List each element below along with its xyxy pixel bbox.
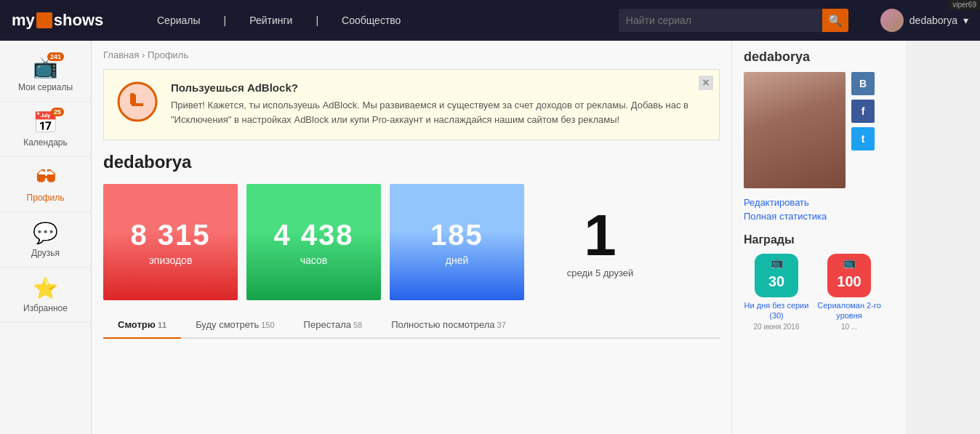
nav-serials[interactable]: Сериалы [145,15,212,26]
chevron-down-icon: ▾ [963,15,968,26]
award-name-1[interactable]: Ни дня без серии (30) [744,300,809,321]
profile-photo [744,72,846,188]
right-panel: dedaborya В f t Редактировать Полная ста… [731,41,906,434]
svg-rect-2 [130,93,134,105]
logo-box [36,12,52,28]
username-label: dedaborya [909,15,957,26]
profile-name: dedaborya [103,152,720,172]
award-date-2: 10 ... [841,323,857,331]
star-icon: ⭐ [33,276,58,300]
adblock-title: Пользуешься AdBlock? [171,81,690,94]
episodes-number: 8 315 [130,219,210,252]
adblock-body: Привет! Кажется, ты используешь AdBlock.… [171,98,690,126]
days-label: дней [446,254,469,266]
sidebar-item-label: Мои сериалы [18,82,73,92]
episodes-card: 8 315 эпизодов [103,184,238,300]
logo-my: my [12,11,35,30]
award-name-2[interactable]: Сериаломан 2-го уровня [816,300,882,321]
sidebar-item-profile[interactable]: 🕶 Профиль [0,157,91,212]
adblock-close-button[interactable]: × [699,76,713,90]
calendar-badge: 25 [51,108,64,116]
sidebar: 📺 241 Мои сериалы 📅 25 Календарь 🕶 Профи… [0,41,92,434]
hours-label: часов [300,254,327,266]
sidebar-item-friends[interactable]: 💬 Друзья [0,212,91,268]
sidebar-item-calendar[interactable]: 📅 25 Календарь [0,102,91,157]
sidebar-item-label: Избранное [23,303,68,313]
main-content: Главная › Профиль Пользуешься AdBlock? П… [92,41,731,434]
full-stats-link[interactable]: Полная статистика [744,211,894,222]
nav-ratings[interactable]: Рейтинги [238,15,304,26]
profile-photo-area: В f t [744,72,894,188]
user-area[interactable]: dedaborya ▾ [880,9,968,32]
tab-watching[interactable]: Смотрю11 [103,312,181,339]
breadcrumb-separator: › [142,49,148,60]
right-panel-username: dedaborya [744,49,894,65]
tab-bar: Смотрю11 Буду смотреть150 Перестала58 По… [103,312,720,339]
adblock-hand-icon [116,81,159,128]
search-icon: 🔍 [828,14,843,28]
breadcrumb-current: Профиль [148,49,188,60]
sidebar-item-label: Календарь [23,137,68,148]
viper-badge: viper69 [949,0,980,9]
facebook-button[interactable]: f [851,100,875,123]
main-container: 📺 241 Мои сериалы 📅 25 Календарь 🕶 Профи… [0,41,980,434]
breadcrumb-home[interactable]: Главная [103,49,139,60]
tab-will-watch[interactable]: Буду смотреть150 [181,312,289,339]
sidebar-item-label: Друзья [31,248,60,258]
vk-button[interactable]: В [851,72,875,95]
logo[interactable]: myshows [12,11,128,30]
adblock-banner: Пользуешься AdBlock? Привет! Кажется, ты… [103,69,720,140]
awards-section: Награды 📺 30 Ни дня без серии (30) 20 ию… [744,233,894,331]
episodes-label: эпизодов [149,254,193,266]
nav-sep1: | [212,15,238,26]
tv-icon: 📺 241 [33,55,58,79]
breadcrumb: Главная › Профиль [103,49,720,60]
friends-rank-label: среди 5 друзей [567,268,633,278]
friends-rank-number: 1 [584,206,616,265]
award-items: 📺 30 Ни дня без серии (30) 20 июня 2016 … [744,254,894,331]
edit-profile-link[interactable]: Редактировать [744,197,894,208]
avatar [880,9,904,32]
twitter-button[interactable]: t [851,127,875,150]
sidebar-item-favorites[interactable]: ⭐ Избранное [0,268,91,323]
hours-card: 4 438 часов [246,184,381,300]
award-item-1: 📺 30 Ни дня без серии (30) 20 июня 2016 [744,254,809,331]
calendar-icon: 📅 25 [33,110,58,134]
friends-rank-card: 1 среди 5 друзей [533,184,667,300]
award-badge-teal: 📺 30 [755,254,798,297]
nav-sep2: | [304,15,330,26]
search-button[interactable]: 🔍 [822,9,848,32]
days-card: 185 дней [390,184,524,300]
social-links: В f t [851,72,875,188]
friends-icon: 💬 [33,221,58,245]
stats-row: 8 315 эпизодов 4 438 часов 185 дней 1 ср… [103,184,720,300]
days-number: 185 [430,219,483,252]
award-badge-red: 📺 100 [827,254,871,297]
award-date-1: 20 июня 2016 [754,323,800,331]
search-area: 🔍 [619,9,848,32]
awards-title: Награды [744,233,894,246]
serials-badge: 241 [47,52,64,61]
search-input[interactable] [619,9,822,32]
glasses-icon: 🕶 [36,166,56,190]
tab-finished[interactable]: Полностью посмотрела37 [377,312,521,339]
award-item-2: 📺 100 Сериаломан 2-го уровня 10 ... [816,254,882,331]
sidebar-item-my-serials[interactable]: 📺 241 Мои сериалы [0,47,91,102]
sidebar-item-label: Профиль [27,193,65,203]
nav-community[interactable]: Сообщество [330,15,412,26]
nav: Сериалы | Рейтинги | Сообщество [145,15,412,26]
logo-shows: shows [54,11,103,30]
hours-number: 4 438 [273,219,353,252]
adblock-text: Пользуешься AdBlock? Привет! Кажется, ты… [171,81,690,126]
tab-stopped[interactable]: Перестала58 [289,312,377,339]
header: myshows Сериалы | Рейтинги | Сообщество … [0,0,980,41]
